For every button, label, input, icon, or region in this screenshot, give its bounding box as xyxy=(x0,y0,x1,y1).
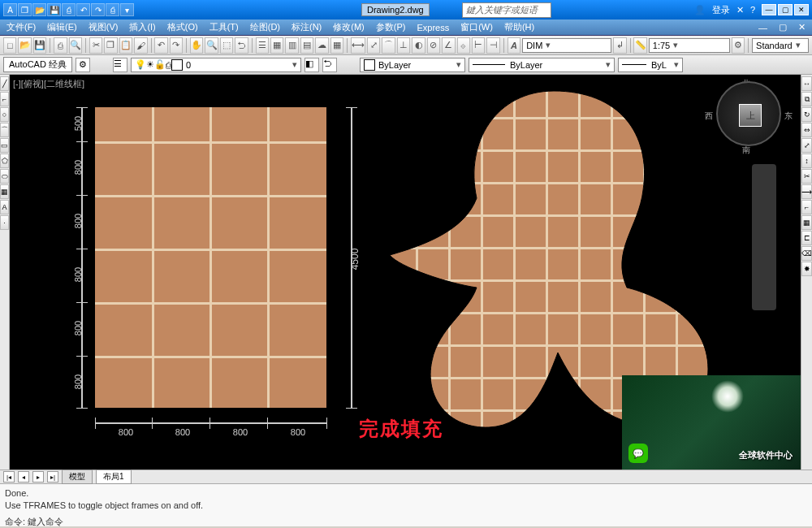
viewcube-top-face[interactable]: 上 xyxy=(739,104,762,127)
menu-draw[interactable]: 绘图(D) xyxy=(250,21,280,33)
layer-combo[interactable]: 💡 ☀ 🔓 ⎙ 0 xyxy=(131,58,301,72)
print-icon[interactable]: ⎙ xyxy=(106,3,119,16)
help-icon[interactable]: ? xyxy=(750,5,755,15)
close-button[interactable]: ✕ xyxy=(794,4,809,15)
command-line[interactable]: Done. Use TFRAMES to toggle object frame… xyxy=(0,484,812,526)
tab-last-button[interactable]: ▸| xyxy=(47,471,58,483)
login-link[interactable]: 登录 xyxy=(712,4,730,16)
dim-cont-button[interactable]: ⊣ xyxy=(486,37,499,54)
user-icon[interactable]: 👤 xyxy=(694,5,706,15)
cut-button[interactable]: ✂ xyxy=(89,37,102,54)
measure-button[interactable]: 📏 xyxy=(633,37,646,54)
copy-button[interactable]: ❐ xyxy=(104,37,117,54)
zoom-prev-button[interactable]: ⮌ xyxy=(235,37,248,54)
markup-button[interactable]: ☁ xyxy=(315,37,328,54)
maximize-button[interactable]: ▢ xyxy=(778,4,793,15)
dim-aligned-button[interactable]: ⤢ xyxy=(367,37,380,54)
layer-props-button[interactable]: ☰ xyxy=(113,58,127,72)
color-combo[interactable]: ByLayer xyxy=(360,58,465,72)
preview-button[interactable]: 🔍 xyxy=(69,37,82,54)
menu-tools[interactable]: 工具(T) xyxy=(209,21,239,33)
qat-dropdown-icon[interactable]: ▾ xyxy=(120,3,134,16)
tab-model[interactable]: 模型 xyxy=(62,470,93,484)
annoscale-combo[interactable]: 1:75 xyxy=(649,38,730,53)
app-menu-icon[interactable]: A xyxy=(3,3,17,16)
redo-icon[interactable]: ↷ xyxy=(91,3,105,16)
save-icon[interactable]: 💾 xyxy=(47,3,61,16)
menu-window[interactable]: 窗口(W) xyxy=(460,21,493,33)
dim-base-button[interactable]: ⊢ xyxy=(472,37,485,54)
open-button[interactable]: 📂 xyxy=(18,37,31,54)
menu-insert[interactable]: 插入(I) xyxy=(129,21,155,33)
offset-tool[interactable]: ⊏ xyxy=(801,231,812,245)
pan-button[interactable]: ✋ xyxy=(190,37,203,54)
help-search-input[interactable]: 鍵入关键字或短语 xyxy=(462,2,551,18)
viewcube-compass[interactable]: 上 xyxy=(716,81,781,146)
menu-view[interactable]: 视图(V) xyxy=(89,21,119,33)
text-tool[interactable]: A xyxy=(0,200,9,214)
dimstyle-btn[interactable]: ↲ xyxy=(613,37,626,54)
rotate-tool[interactable]: ↻ xyxy=(801,107,812,122)
scale-tool[interactable]: ⤢ xyxy=(801,138,812,153)
menu-file[interactable]: 文件(F) xyxy=(6,21,36,33)
open-icon[interactable]: 📂 xyxy=(32,3,46,16)
tab-layout1[interactable]: 布局1 xyxy=(96,470,132,484)
new-icon[interactable]: ❐ xyxy=(18,3,32,16)
doc-close-icon[interactable]: ✕ xyxy=(798,22,806,32)
dimstyle-combo[interactable]: DIM xyxy=(522,38,611,53)
layer-iso-button[interactable]: ◧ xyxy=(304,58,319,72)
paste-button[interactable]: 📋 xyxy=(119,37,132,54)
saveas-icon[interactable]: ⎙ xyxy=(62,3,76,16)
explode-tool[interactable]: ✸ xyxy=(801,262,812,276)
annoscale-btn[interactable]: ⚙ xyxy=(732,37,745,54)
dim-arc-button[interactable]: ⌒ xyxy=(382,37,395,54)
minimize-button[interactable]: — xyxy=(762,4,776,15)
cmd-prompt[interactable]: 命令: 鍵入命令 xyxy=(5,516,807,528)
properties-button[interactable]: ☰ xyxy=(256,37,269,54)
arc-tool[interactable]: ⌒ xyxy=(0,123,9,137)
copy-tool[interactable]: ⧉ xyxy=(801,92,812,106)
doc-min-icon[interactable]: — xyxy=(758,23,767,32)
lineweight-combo[interactable]: ByL xyxy=(618,58,683,72)
textstyle-combo[interactable]: Standard xyxy=(752,38,809,53)
array-tool[interactable]: ▦ xyxy=(801,215,812,230)
dim-rad-button[interactable]: ◐ xyxy=(412,37,425,54)
menu-dimension[interactable]: 标注(N) xyxy=(292,21,322,33)
hatch-tool[interactable]: ▦ xyxy=(0,184,9,199)
move-tool[interactable]: ↔ xyxy=(801,76,812,91)
qcalc-button[interactable]: ▦ xyxy=(330,37,343,54)
dim-quick-button[interactable]: ⟐ xyxy=(457,37,470,54)
dim-ord-button[interactable]: ⊥ xyxy=(397,37,410,54)
rect-tool[interactable]: ▭ xyxy=(0,138,9,153)
undo-icon[interactable]: ↶ xyxy=(76,3,90,16)
plot-button[interactable]: ⎙ xyxy=(54,37,67,54)
tab-prev-button[interactable]: ◂ xyxy=(18,471,29,483)
dim-ang-button[interactable]: ∠ xyxy=(442,37,455,54)
tab-next-button[interactable]: ▸ xyxy=(32,471,44,483)
new-button[interactable]: □ xyxy=(3,37,16,54)
stretch-tool[interactable]: ↕ xyxy=(801,154,812,168)
workspace-label[interactable]: AutoCAD 经典 xyxy=(3,57,72,72)
mirror-tool[interactable]: ⇔ xyxy=(801,123,812,137)
point-tool[interactable]: · xyxy=(0,215,9,230)
menu-format[interactable]: 格式(O) xyxy=(167,21,198,33)
save-button[interactable]: 💾 xyxy=(33,37,46,54)
dim-dia-button[interactable]: ⊘ xyxy=(427,37,440,54)
menu-parametric[interactable]: 参数(P) xyxy=(376,21,406,33)
dcenter-button[interactable]: ▦ xyxy=(270,37,283,54)
doc-max-icon[interactable]: ▢ xyxy=(779,22,787,32)
navigation-bar[interactable] xyxy=(752,164,776,310)
menu-edit[interactable]: 编辑(E) xyxy=(47,21,77,33)
drawing-canvas[interactable]: [-][俯视][二维线框] 北 上 南 西 东 xyxy=(10,75,801,470)
pline-tool[interactable]: ⌐ xyxy=(0,92,9,106)
exchange-icon[interactable]: ✕ xyxy=(736,5,744,15)
poly-tool[interactable]: ⬠ xyxy=(0,154,9,168)
menu-modify[interactable]: 修改(M) xyxy=(333,21,365,33)
zoom-window-button[interactable]: ⬚ xyxy=(220,37,233,54)
undo-button[interactable]: ↶ xyxy=(154,37,167,54)
extend-tool[interactable]: ⟶ xyxy=(801,184,812,199)
tab-first-button[interactable]: |◂ xyxy=(3,471,15,483)
toolpal-button[interactable]: ▥ xyxy=(285,37,298,54)
redo-button[interactable]: ↷ xyxy=(170,37,183,54)
circle-tool[interactable]: ○ xyxy=(0,107,9,122)
